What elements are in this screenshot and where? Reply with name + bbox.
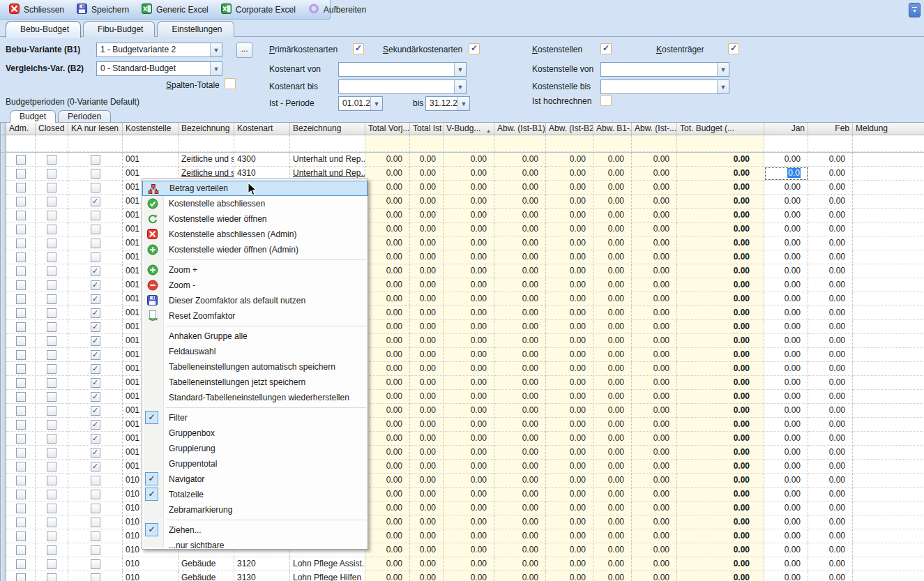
ka_nur_lesen-checkbox[interactable]: ✓ bbox=[91, 350, 100, 360]
grid-cell-v_budg[interactable]: 0.00 bbox=[444, 236, 494, 250]
grid-cell-feb[interactable]: 0.00 bbox=[808, 264, 853, 278]
grid-cell-closed[interactable] bbox=[36, 348, 68, 362]
chevron-down-icon[interactable]: ▼ bbox=[370, 97, 382, 110]
grid-cell-abw_ist_b2[interactable]: 0.00 bbox=[546, 474, 593, 488]
grid-cell-adm[interactable] bbox=[6, 529, 36, 543]
adm-checkbox[interactable] bbox=[16, 183, 26, 193]
grid-cell-ka_nur_lesen[interactable] bbox=[68, 501, 123, 515]
grid-cell-ka_nur_lesen[interactable] bbox=[68, 222, 123, 236]
grid-cell-total_ist[interactable]: 0.00 bbox=[410, 348, 444, 362]
menu-item-19[interactable]: Gruppierung bbox=[142, 441, 368, 456]
column-header-abw_ist_b2[interactable]: Abw. (Ist-B2) bbox=[546, 123, 593, 135]
browse-button[interactable]: ... bbox=[236, 43, 252, 58]
grid-cell-v_budg[interactable]: 0.00 bbox=[444, 529, 494, 543]
menu-item-18[interactable]: Gruppenbox bbox=[142, 425, 368, 441]
grid-cell-meldung[interactable] bbox=[853, 390, 924, 404]
grid-cell-ka_nur_lesen[interactable] bbox=[68, 515, 123, 529]
grid-cell-ka_nur_lesen[interactable]: ✓ bbox=[68, 404, 123, 418]
grid-cell-abw_ist_b1[interactable]: 0.00 bbox=[494, 292, 546, 306]
adm-checkbox[interactable] bbox=[16, 169, 26, 179]
grid-cell-total_ist[interactable]: 0.00 bbox=[410, 195, 444, 209]
grid-cell-tot_budget[interactable]: 0.00 bbox=[677, 264, 764, 278]
grid-cell-abw_ist_b1[interactable]: 0.00 bbox=[494, 195, 546, 209]
grid-cell-total_vorj[interactable]: 0.00 bbox=[365, 446, 410, 460]
grid-cell-feb[interactable]: 0.00 bbox=[808, 474, 853, 488]
grid-cell-jan[interactable]: 0.00 bbox=[764, 222, 808, 236]
grid-cell-jan[interactable]: 0.00 bbox=[764, 153, 808, 167]
grid-cell-abw_ist[interactable]: 0.00 bbox=[632, 278, 677, 292]
grid-cell-tot_budget[interactable]: 0.00 bbox=[677, 515, 764, 529]
grid-cell-total_ist[interactable]: 0.00 bbox=[410, 515, 444, 529]
grid-cell-abw_b1[interactable]: 0.00 bbox=[593, 195, 632, 209]
grid-cell-abw_ist_b2[interactable]: 0.00 bbox=[546, 460, 593, 474]
row-gutter[interactable] bbox=[1, 543, 6, 557]
grid-cell-meldung[interactable] bbox=[853, 306, 924, 320]
grid-cell-total_ist[interactable]: 0.00 bbox=[410, 543, 444, 557]
grid-cell-ka_nur_lesen[interactable] bbox=[68, 543, 123, 557]
grid-cell-ka_nur_lesen[interactable]: ✓ bbox=[68, 292, 123, 306]
grid-cell-total_vorj[interactable]: 0.00 bbox=[365, 390, 410, 404]
grid-cell-abw_ist[interactable]: 0.00 bbox=[632, 264, 677, 278]
grid-cell-abw_b1[interactable]: 0.00 bbox=[593, 292, 632, 306]
row-gutter[interactable] bbox=[1, 515, 6, 529]
grid-cell-adm[interactable] bbox=[6, 181, 36, 195]
toolbar-button-4[interactable]: Aufbereiten bbox=[302, 1, 372, 18]
spalten-totale-checkbox[interactable] bbox=[225, 78, 236, 89]
ka_nur_lesen-checkbox[interactable] bbox=[91, 545, 100, 555]
row-gutter[interactable] bbox=[1, 334, 6, 348]
grid-cell-total_vorj[interactable]: 0.00 bbox=[365, 306, 410, 320]
grid-cell-adm[interactable] bbox=[6, 446, 36, 460]
column-header-jan[interactable]: Jan bbox=[764, 123, 808, 135]
grid-cell-v_budg[interactable]: 0.00 bbox=[444, 264, 494, 278]
adm-checkbox[interactable] bbox=[16, 350, 26, 360]
row-gutter[interactable] bbox=[1, 571, 6, 581]
grid-cell-total_vorj[interactable]: 0.00 bbox=[365, 543, 410, 557]
row-gutter[interactable] bbox=[1, 488, 6, 501]
ka_nur_lesen-checkbox[interactable]: ✓ bbox=[91, 336, 100, 346]
grid-cell-closed[interactable] bbox=[36, 501, 68, 515]
grid-cell-tot_budget[interactable]: 0.00 bbox=[677, 320, 764, 334]
grid-cell-adm[interactable] bbox=[6, 390, 36, 404]
grid-cell-abw_ist[interactable]: 0.00 bbox=[632, 515, 677, 529]
grid-cell-abw_ist_b2[interactable]: 0.00 bbox=[546, 236, 593, 250]
grid-cell-total_ist[interactable]: 0.00 bbox=[410, 362, 444, 376]
grid-cell-total_vorj[interactable]: 0.00 bbox=[365, 264, 410, 278]
grid-cell-meldung[interactable] bbox=[853, 264, 924, 278]
grid-cell-ka_nur_lesen[interactable] bbox=[68, 474, 123, 488]
closed-checkbox[interactable] bbox=[47, 294, 56, 304]
grid-cell-meldung[interactable] bbox=[853, 376, 924, 390]
grid-cell-meldung[interactable] bbox=[853, 529, 924, 543]
column-header-bezeichnung[interactable]: Bezeichnung bbox=[179, 123, 234, 135]
row-gutter[interactable] bbox=[1, 376, 6, 390]
chevron-down-icon[interactable]: ▼ bbox=[717, 80, 729, 93]
grid-cell-ka_nur_lesen[interactable]: ✓ bbox=[68, 334, 123, 348]
row-gutter[interactable] bbox=[1, 320, 6, 334]
grid-cell-v_budg[interactable]: 0.00 bbox=[444, 543, 494, 557]
grid-cell-feb[interactable]: 0.00 bbox=[808, 334, 853, 348]
grid-cell-adm[interactable] bbox=[6, 501, 36, 515]
grid-cell-v_budg[interactable]: 0.00 bbox=[444, 557, 494, 571]
grid-cell-meldung[interactable] bbox=[853, 278, 924, 292]
adm-checkbox[interactable] bbox=[16, 462, 26, 471]
grid-cell-abw_ist_b1[interactable]: 0.00 bbox=[494, 390, 546, 404]
grid-cell-closed[interactable] bbox=[36, 474, 68, 488]
adm-checkbox[interactable] bbox=[16, 504, 26, 513]
grid-cell-abw_ist_b2[interactable] bbox=[546, 135, 593, 152]
grid-cell-meldung[interactable] bbox=[853, 432, 924, 446]
ka_nur_lesen-checkbox[interactable]: ✓ bbox=[91, 448, 100, 458]
grid-cell-abw_ist[interactable]: 0.00 bbox=[632, 474, 677, 488]
grid-cell-adm[interactable] bbox=[6, 250, 36, 264]
grid-cell-abw_ist_b1[interactable]: 0.00 bbox=[494, 236, 546, 250]
adm-checkbox[interactable] bbox=[16, 448, 26, 458]
grid-cell-closed[interactable] bbox=[36, 446, 68, 460]
ist-periode-von-combo[interactable]: 01.01.2021 ▼ bbox=[338, 96, 383, 111]
grid-cell-bezeichnung[interactable] bbox=[179, 135, 234, 152]
row-gutter[interactable] bbox=[1, 236, 6, 250]
grid-cell-adm[interactable] bbox=[6, 460, 36, 474]
grid-cell-abw_b1[interactable]: 0.00 bbox=[593, 501, 632, 515]
grid-cell-meldung[interactable] bbox=[853, 460, 924, 474]
grid-cell-total_vorj[interactable]: 0.00 bbox=[365, 292, 410, 306]
grid-cell-feb[interactable]: 0.00 bbox=[808, 571, 853, 581]
grid-cell-abw_ist[interactable]: 0.00 bbox=[632, 362, 677, 376]
grid-cell-feb[interactable]: 0.00 bbox=[808, 460, 853, 474]
